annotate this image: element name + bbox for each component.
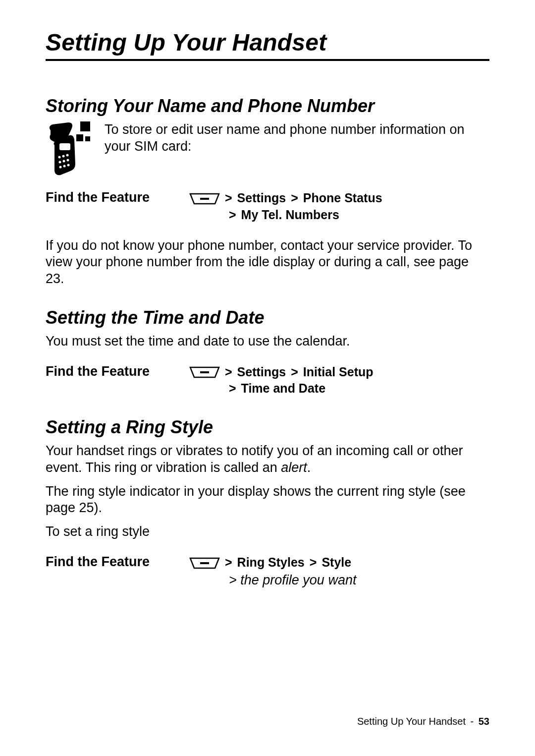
- chapter-rule: [46, 59, 489, 61]
- footer-page-number: 53: [479, 716, 489, 727]
- find-feature-label: Find the Feature: [46, 364, 189, 379]
- nav2-ital: the profile you want: [240, 573, 356, 587]
- section-title-ringstyle: Setting a Ring Style: [46, 417, 489, 438]
- footer-sep: -: [469, 716, 476, 727]
- ringstyle-intro1: Your handset rings or vibrates to notify…: [46, 443, 489, 476]
- nav-style: Style: [321, 554, 351, 571]
- nav-settings: Settings: [237, 190, 286, 207]
- ringstyle-intro1-a: Your handset rings or vibrates to notify…: [46, 443, 463, 475]
- nav2-prefix: >: [229, 573, 240, 587]
- ringstyle-intro1-c: .: [307, 460, 311, 475]
- svg-point-1: [58, 156, 61, 159]
- gt-icon: >: [229, 207, 236, 224]
- svg-point-8: [63, 165, 66, 168]
- nav-path-ringstyle: > Ring Styles > Style > the profile you …: [189, 554, 489, 589]
- find-feature-label: Find the Feature: [46, 554, 189, 570]
- nav-line-2: > the profile you want: [189, 571, 489, 589]
- svg-rect-11: [76, 134, 83, 141]
- nav-line-1: > Ring Styles > Style: [189, 554, 489, 571]
- svg-point-2: [62, 155, 65, 158]
- find-feature-storing: Find the Feature > Settings > Phone Stat…: [46, 190, 489, 224]
- sim-phone-icon: [46, 121, 93, 176]
- storing-intro-row: To store or edit user name and phone num…: [46, 121, 489, 176]
- svg-rect-12: [85, 136, 90, 141]
- nav-initial-setup: Initial Setup: [303, 364, 374, 381]
- menu-key-icon: [189, 366, 220, 378]
- nav-ring-styles: Ring Styles: [237, 554, 305, 571]
- page: Setting Up Your Handset Storing Your Nam…: [0, 0, 535, 756]
- svg-rect-0: [59, 143, 70, 150]
- nav-time-and-date: Time and Date: [241, 380, 325, 397]
- chapter-title: Setting Up Your Handset: [46, 29, 489, 56]
- nav-line-1: > Settings > Phone Status: [189, 190, 489, 207]
- nav-line-1: > Settings > Initial Setup: [189, 364, 489, 381]
- svg-point-9: [67, 164, 70, 167]
- nav-path-storing: > Settings > Phone Status > My Tel. Numb…: [189, 190, 489, 224]
- svg-rect-14: [200, 371, 209, 373]
- nav-mytel: My Tel. Numbers: [241, 207, 339, 224]
- find-feature-ringstyle: Find the Feature > Ring Styles > Style >…: [46, 554, 489, 589]
- gt-icon: >: [291, 190, 298, 207]
- svg-rect-15: [200, 562, 209, 564]
- storing-note: If you do not know your phone number, co…: [46, 237, 489, 288]
- svg-point-4: [59, 161, 61, 164]
- nav-path-timedate: > Settings > Initial Setup > Time and Da…: [189, 364, 489, 398]
- nav-line-2: > Time and Date: [189, 380, 489, 397]
- find-feature-label: Find the Feature: [46, 190, 189, 205]
- menu-key-icon: [189, 557, 220, 569]
- gt-icon: >: [310, 554, 317, 571]
- ringstyle-intro2: The ring style indicator in your display…: [46, 483, 489, 517]
- find-feature-timedate: Find the Feature > Settings > Initial Se…: [46, 364, 489, 398]
- svg-point-6: [67, 159, 69, 162]
- storing-intro-text: To store or edit user name and phone num…: [105, 121, 489, 155]
- gt-icon: >: [225, 364, 232, 381]
- gt-icon: >: [291, 364, 298, 381]
- timedate-intro: You must set the time and date to use th…: [46, 333, 489, 350]
- svg-rect-13: [200, 198, 209, 200]
- gt-icon: >: [225, 190, 232, 207]
- page-footer: Setting Up Your Handset - 53: [357, 716, 489, 727]
- nav-phone-status: Phone Status: [303, 190, 382, 207]
- gt-icon: >: [229, 380, 236, 397]
- nav-profile-you-want: > the profile you want: [229, 571, 356, 589]
- svg-point-5: [63, 160, 65, 163]
- ringstyle-alert-word: alert: [281, 460, 307, 475]
- footer-title: Setting Up Your Handset: [357, 716, 466, 727]
- section-title-timedate: Setting the Time and Date: [46, 307, 489, 328]
- svg-rect-10: [80, 121, 90, 131]
- svg-point-7: [59, 166, 62, 169]
- gt-icon: >: [225, 554, 232, 571]
- nav-settings: Settings: [237, 364, 286, 381]
- section-title-storing: Storing Your Name and Phone Number: [46, 96, 489, 116]
- svg-point-3: [66, 154, 69, 157]
- ringstyle-intro3: To set a ring style: [46, 523, 489, 540]
- menu-key-icon: [189, 192, 220, 204]
- nav-line-2: > My Tel. Numbers: [189, 207, 489, 224]
